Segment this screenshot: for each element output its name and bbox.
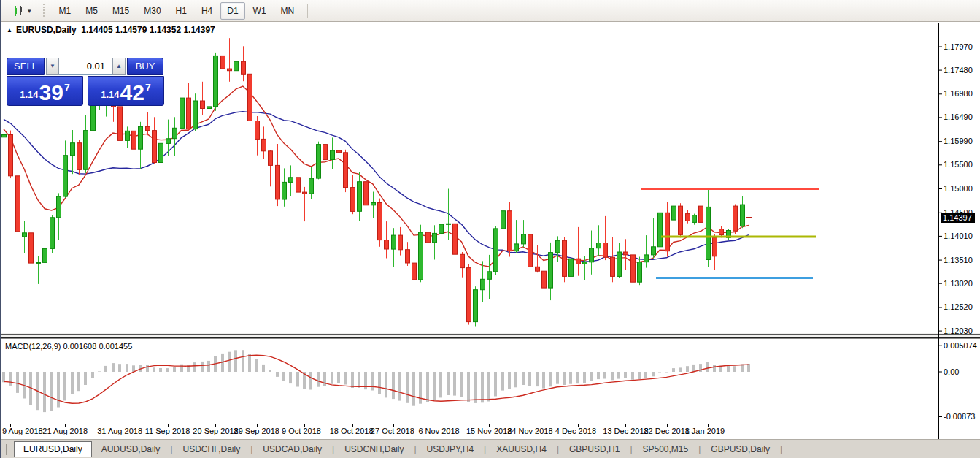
chart-tab-3[interactable]: USDCAD,Daily bbox=[253, 442, 331, 457]
tab-separator: | bbox=[780, 444, 782, 454]
timeframe-button-M30[interactable]: M30 bbox=[137, 2, 167, 20]
tab-separator: | bbox=[698, 444, 701, 454]
chart-tab-9[interactable]: GBPUSD,Daily bbox=[701, 442, 779, 457]
periods-toolbar-button[interactable]: ▾ bbox=[9, 3, 35, 19]
sell-price-button[interactable]: 1.14 39 7 bbox=[7, 76, 83, 106]
lot-increase-button[interactable]: ▲ bbox=[112, 58, 126, 75]
buy-price-point: 7 bbox=[145, 82, 151, 93]
timeframe-button-MN[interactable]: MN bbox=[274, 2, 301, 20]
lot-decrease-button[interactable]: ▼ bbox=[46, 58, 59, 75]
tab-separator: | bbox=[630, 444, 632, 454]
chart-title-ohlc: 1.14405 1.14579 1.14352 1.14397 bbox=[81, 25, 215, 35]
window-collapse-icon[interactable]: ▲ bbox=[7, 27, 12, 34]
chart-window: ▲EURUSD,Daily 1.14405 1.14579 1.14352 1.… bbox=[1, 22, 980, 440]
chart-title-symbol: EURUSD,Daily bbox=[16, 25, 77, 35]
chart-title: ▲EURUSD,Daily 1.14405 1.14579 1.14352 1.… bbox=[7, 25, 215, 35]
chart-tab-5[interactable]: USDJPY,H4 bbox=[417, 442, 483, 457]
caret-up-icon: ▲ bbox=[116, 63, 122, 69]
tab-separator: | bbox=[414, 444, 416, 454]
tab-separator: | bbox=[557, 444, 559, 454]
timeframe-button-H4[interactable]: H4 bbox=[195, 2, 219, 20]
timeframe-button-W1[interactable]: W1 bbox=[247, 2, 273, 20]
timeframe-button-M15[interactable]: M15 bbox=[106, 2, 136, 20]
sell-button[interactable]: SELL bbox=[7, 58, 45, 75]
lot-size-input[interactable] bbox=[59, 58, 112, 75]
chart-tab-8[interactable]: SP500,M15 bbox=[633, 442, 698, 457]
mt4-terminal: ▾ M1M5M15M30H1H4D1W1MN ▲EURUSD,Daily 1.1… bbox=[0, 0, 980, 458]
buy-price-pips: 42 bbox=[120, 83, 144, 102]
periods-icon bbox=[13, 6, 25, 16]
buy-price-prefix: 1.14 bbox=[101, 89, 119, 100]
timeframe-button-M1[interactable]: M1 bbox=[53, 2, 78, 20]
timeframe-button-H1[interactable]: H1 bbox=[169, 2, 193, 20]
chart-tab-7[interactable]: GBPUSD,H1 bbox=[560, 442, 629, 457]
buy-button[interactable]: BUY bbox=[127, 58, 163, 75]
chart-tab-2[interactable]: USDCHF,Daily bbox=[174, 442, 250, 457]
chevron-down-icon: ▾ bbox=[28, 7, 31, 15]
tab-separator: | bbox=[250, 444, 252, 454]
chart-tab-0[interactable]: EURUSD,Daily bbox=[14, 441, 92, 457]
chart-tab-6[interactable]: XAUUSD,H4 bbox=[487, 442, 556, 457]
timeframe-button-D1[interactable]: D1 bbox=[220, 2, 244, 20]
buy-price-button[interactable]: 1.14 42 7 bbox=[88, 76, 164, 106]
tab-bar-gutter bbox=[6, 444, 7, 455]
chart-tab-4[interactable]: USDCNH,Daily bbox=[335, 442, 413, 457]
timeframe-button-M5[interactable]: M5 bbox=[79, 2, 104, 20]
one-click-trading-panel: SELL ▼ ▲ BUY 1.14 39 7 1.14 42 7 bbox=[7, 58, 164, 106]
toolbar-gripper[interactable] bbox=[42, 4, 46, 18]
tab-separator: | bbox=[170, 444, 172, 454]
sell-price-pips: 39 bbox=[39, 83, 63, 102]
timeframe-buttons: M1M5M15M30H1H4D1W1MN bbox=[52, 2, 302, 20]
tab-separator: | bbox=[484, 444, 486, 454]
toolbar: ▾ M1M5M15M30H1H4D1W1MN bbox=[1, 0, 980, 22]
chart-tab-bar: EURUSD,DailyAUDUSD,Daily|USDCHF,Daily|US… bbox=[1, 440, 980, 458]
toolbar-separator bbox=[307, 4, 308, 18]
tab-separator: | bbox=[332, 444, 334, 454]
caret-down-icon: ▼ bbox=[50, 63, 55, 69]
lot-stepper: ▼ ▲ bbox=[46, 58, 126, 75]
sell-price-prefix: 1.14 bbox=[20, 89, 38, 100]
chart-tab-1[interactable]: AUDUSD,Daily bbox=[92, 442, 170, 457]
sell-price-point: 7 bbox=[64, 82, 70, 93]
